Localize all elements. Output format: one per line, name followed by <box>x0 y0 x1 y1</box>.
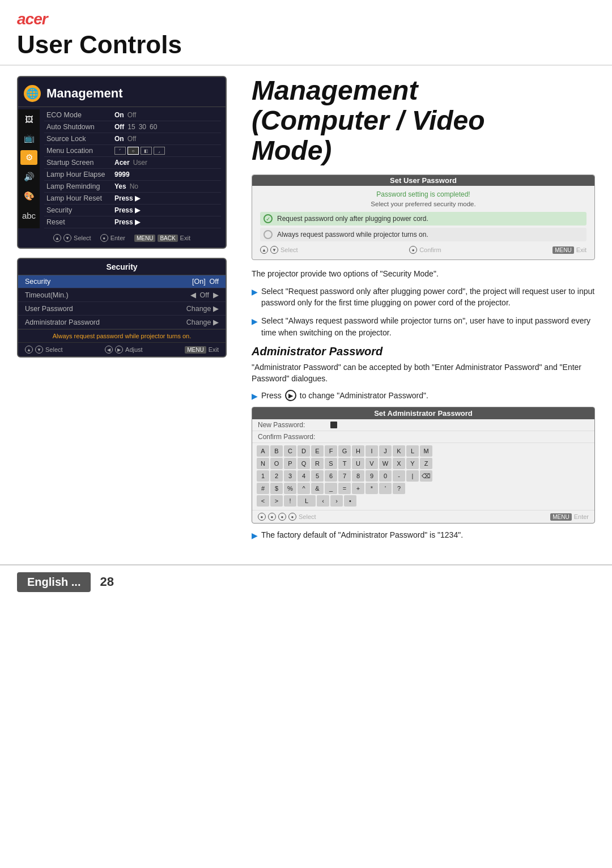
osd-row-security: Security Press ▶ <box>44 205 221 216</box>
menu-btn[interactable]: MENU <box>134 235 155 242</box>
security-row-value-userpw: Change ▶ <box>186 304 219 313</box>
lampelapse-label: Lamp Hour Elapse <box>46 171 114 178</box>
key-9[interactable]: 9 <box>366 470 378 482</box>
set-admin-password-panel: Set Administrator Password New Password:… <box>252 407 595 524</box>
key-V[interactable]: V <box>366 458 378 469</box>
password-option2[interactable]: Always request password while projector … <box>260 228 586 241</box>
key-P[interactable]: P <box>284 458 296 469</box>
key-H[interactable]: H <box>352 445 364 457</box>
key-C[interactable]: C <box>284 445 296 457</box>
key-5[interactable]: 5 <box>311 470 324 482</box>
key-plus[interactable]: + <box>352 483 364 494</box>
key-bullet[interactable]: • <box>344 495 356 507</box>
key-dollar[interactable]: $ <box>270 483 283 494</box>
key-equals[interactable]: = <box>338 483 351 494</box>
bullet-item-2: ▶ Select "Always request password while … <box>252 315 595 338</box>
osd-nav-audio[interactable]: 🔊 <box>20 169 37 184</box>
security-label: Security <box>46 206 114 214</box>
key-Q[interactable]: Q <box>298 458 310 469</box>
mlicon-topleft[interactable]: ⌜ <box>114 147 126 155</box>
key-Z[interactable]: Z <box>420 458 432 469</box>
key-lt[interactable]: < <box>257 495 269 507</box>
security-row-userpw[interactable]: User Password Change ▶ <box>18 302 226 316</box>
key-dash[interactable]: - <box>393 470 405 482</box>
key-langle2[interactable]: ‹ <box>317 495 329 507</box>
key-K[interactable]: K <box>393 445 405 457</box>
key-S[interactable]: S <box>325 458 337 469</box>
key-4[interactable]: 4 <box>298 470 310 482</box>
key-L2[interactable]: L <box>298 495 316 507</box>
key-amp[interactable]: & <box>311 483 324 494</box>
key-B[interactable]: B <box>270 445 283 457</box>
security-row-security[interactable]: Security [On] Off <box>18 275 226 288</box>
key-1[interactable]: 1 <box>257 470 269 482</box>
osd-nav-picture[interactable]: 🖼 <box>20 112 37 126</box>
key-F[interactable]: F <box>325 445 337 457</box>
key-A[interactable]: A <box>257 445 269 457</box>
key-caret[interactable]: ^ <box>298 483 310 494</box>
page-header: acer User Controls <box>0 0 612 66</box>
key-O[interactable]: O <box>270 458 283 469</box>
key-exclaim[interactable]: ! <box>284 495 296 507</box>
key-hash[interactable]: # <box>257 483 269 494</box>
password-option1[interactable]: ✓ Request password only after plugging p… <box>260 212 586 225</box>
key-6[interactable]: 6 <box>325 470 337 482</box>
key-pipe[interactable]: | <box>406 470 419 482</box>
osd-row-lampremind: Lamp Reminding YesNo <box>44 181 221 193</box>
osd-nav-display[interactable]: 📺 <box>20 131 37 146</box>
security-row-adminpw[interactable]: Administrator Password Change ▶ <box>18 316 226 329</box>
key-N[interactable]: N <box>257 458 269 469</box>
shutdown-label: Auto Shutdown <box>46 123 114 131</box>
security-row-timeout[interactable]: Timeout(Min.) ◀ Off ▶ <box>18 288 226 302</box>
key-U[interactable]: U <box>352 458 364 469</box>
osd-row-lampelapse: Lamp Hour Elapse 9999 <box>44 169 221 181</box>
key-question[interactable]: ? <box>393 483 405 494</box>
security-panel: Security Security [On] Off Timeout(Min.)… <box>17 258 227 358</box>
key-2[interactable]: 2 <box>270 470 283 482</box>
key-quote[interactable]: ' <box>379 483 392 494</box>
right-column: Management (Computer / Video Mode) Set U… <box>252 76 595 548</box>
key-0[interactable]: 0 <box>379 470 392 482</box>
keyboard-row-3: 1 2 3 4 5 6 7 8 9 0 - | ⌫ <box>257 470 590 482</box>
osd-nav-color[interactable]: 🎨 <box>20 189 37 203</box>
admin-menu-btn[interactable]: MENU <box>550 513 571 521</box>
key-M[interactable]: M <box>420 445 432 457</box>
mlicon-center[interactable]: ○ <box>128 147 139 155</box>
sec-menu-btn[interactable]: MENU <box>185 346 206 354</box>
eco-values: OnOff <box>114 111 136 119</box>
page-footer: English ... 28 <box>0 564 612 599</box>
back-btn[interactable]: BACK <box>158 235 177 242</box>
osd-management-panel: 🌐 Management 🖼 📺 ⚙ 🔊 🎨 abc ECO Mode <box>17 76 227 249</box>
pw-menu-btn[interactable]: MENU <box>552 246 573 254</box>
osd-nav-management[interactable]: ⚙ <box>20 150 37 165</box>
key-percent[interactable]: % <box>284 483 296 494</box>
key-backspace[interactable]: ⌫ <box>420 470 432 482</box>
key-G[interactable]: G <box>338 445 351 457</box>
key-asterisk[interactable]: * <box>366 483 378 494</box>
key-E[interactable]: E <box>311 445 324 457</box>
pw-footer-select: ▲ ▼ Select <box>260 246 298 254</box>
osd-row-eco: ECO Mode OnOff <box>44 109 221 121</box>
key-X[interactable]: X <box>393 458 405 469</box>
key-R[interactable]: R <box>311 458 324 469</box>
key-Y[interactable]: Y <box>406 458 419 469</box>
key-8[interactable]: 8 <box>352 470 364 482</box>
mlicon-botright[interactable]: ⌟ <box>154 147 165 155</box>
security-row-value-adminpw: Change ▶ <box>186 318 219 326</box>
key-D[interactable]: D <box>298 445 310 457</box>
key-L[interactable]: L <box>406 445 419 457</box>
key-I[interactable]: I <box>366 445 378 457</box>
key-rangle2[interactable]: › <box>330 495 343 507</box>
sec-circle-up: ▲ <box>25 346 33 354</box>
key-3[interactable]: 3 <box>284 470 296 482</box>
key-J[interactable]: J <box>379 445 392 457</box>
key-W[interactable]: W <box>379 458 392 469</box>
mlicon-left[interactable]: ◧ <box>141 147 152 155</box>
key-gt[interactable]: > <box>270 495 283 507</box>
osd-nav-lang[interactable]: abc <box>20 208 37 223</box>
key-underscore[interactable]: _ <box>325 483 337 494</box>
security-footer-select: ▲ ▼ Select <box>25 346 63 354</box>
big-heading-line3: Mode) <box>252 135 332 165</box>
key-7[interactable]: 7 <box>338 470 351 482</box>
key-T[interactable]: T <box>338 458 351 469</box>
